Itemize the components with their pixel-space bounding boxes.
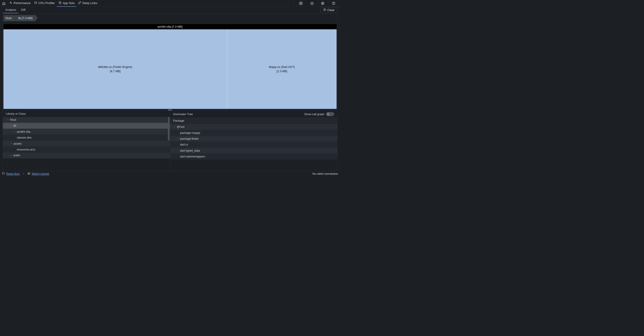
svg-point-2 <box>300 3 301 4</box>
clear-button[interactable]: Clear <box>321 7 337 13</box>
row-label: dart:ui <box>180 143 188 146</box>
tree-row[interactable]: package:myapp <box>170 130 337 136</box>
chevron-right-icon[interactable] <box>10 154 13 157</box>
tree-row[interactable]: resources.arsc <box>3 147 170 152</box>
row-label: dart:typed_data <box>180 149 200 152</box>
row-label: dart:nativewrappers <box>180 155 205 158</box>
performance-icon <box>9 1 12 5</box>
row-label: package:flutter <box>180 137 199 140</box>
extensions-button[interactable] <box>309 0 314 6</box>
tab-analysis[interactable]: Analysis <box>3 7 19 14</box>
spacer <box>176 132 180 134</box>
spacer <box>176 156 180 158</box>
link-icon <box>78 1 81 5</box>
nav-cpu-profiler[interactable]: CPU Profiler <box>32 0 56 6</box>
spacer <box>176 149 180 152</box>
spacer <box>13 148 16 151</box>
package-header: Package <box>170 118 337 124</box>
svg-point-1 <box>60 2 60 3</box>
read-docs-link[interactable]: Read docs <box>6 172 20 176</box>
switch-knob <box>326 112 330 116</box>
treemap-header[interactable]: arm64-v8a [7.0 MB] <box>3 24 336 29</box>
cell-size: [2.3 MB] <box>276 70 287 73</box>
bug-button[interactable] <box>320 0 325 6</box>
block-icon <box>323 8 326 12</box>
drag-handle-icon <box>168 110 172 110</box>
row-splitter[interactable] <box>3 109 337 110</box>
right-table-header: Dominator Tree Show call graph <box>170 111 337 118</box>
treemap-cell-libflutter[interactable]: libflutter.so (Flutter Engine) [4.7 MB] <box>3 29 227 109</box>
nav-deep-links[interactable]: Deep Links <box>76 0 99 6</box>
nav-app-size[interactable]: App Size <box>57 0 76 6</box>
tree-row[interactable]: arm64-v8a <box>3 129 170 134</box>
footer: Read docs • Watch tutorial No client con… <box>0 171 340 176</box>
tree-row[interactable]: classes.dex <box>3 135 170 140</box>
document-icon <box>58 1 62 5</box>
tree-row[interactable]: package:flutter <box>170 136 337 142</box>
show-call-graph-toggle[interactable] <box>326 112 334 116</box>
cell-title: libapp.so (Dart AOT) <box>269 65 295 68</box>
row-label: Root <box>10 118 16 122</box>
top-nav: Performance CPU Profiler App Size Deep L… <box>0 0 340 7</box>
dominator-tree: Dominator Tree Show call graph Package @… <box>170 111 337 171</box>
watch-tutorial-link[interactable]: Watch tutorial <box>32 172 49 176</box>
chevron-right-icon[interactable] <box>176 138 180 140</box>
row-label: assets <box>14 142 22 145</box>
row-label: arm64-v8a <box>17 130 30 133</box>
connection-status: No client connection <box>312 172 338 176</box>
chevron-down-icon[interactable] <box>10 124 13 127</box>
row-label: lib <box>14 124 16 128</box>
row-label: classes.dex <box>17 136 32 140</box>
breadcrumb-lib[interactable]: lib [7.0 MB] <box>14 15 36 21</box>
tree-row[interactable]: assets <box>3 140 170 146</box>
video-icon <box>28 172 30 176</box>
scrollbar-thumb[interactable] <box>168 117 169 141</box>
speed-icon <box>34 1 37 5</box>
nav-label: CPU Profiler <box>38 1 55 5</box>
tree-row[interactable]: Root <box>3 117 170 123</box>
row-label: resources.arsc <box>17 148 35 151</box>
sub-nav: Analysis Diff Clear <box>0 7 340 14</box>
settings-button[interactable] <box>298 0 304 6</box>
treemap: arm64-v8a [7.0 MB] libflutter.so (Flutte… <box>3 24 336 109</box>
tree-row[interactable]: dart:nativewrappers <box>170 154 337 160</box>
chevron-down-icon[interactable] <box>6 118 10 121</box>
nav-label: Performance <box>14 1 30 5</box>
row-label: package:myapp <box>180 131 200 134</box>
tree-row[interactable]: kotlin <box>3 152 170 158</box>
home-button[interactable] <box>1 0 6 6</box>
row-label: kotlin <box>14 154 20 157</box>
chevron-right-icon[interactable] <box>13 130 16 133</box>
nav-label: Deep Links <box>82 1 97 5</box>
nav-label: App Size <box>63 1 75 5</box>
tab-diff[interactable]: Diff <box>19 7 28 14</box>
divider <box>294 0 294 6</box>
book-icon <box>2 172 5 176</box>
library-tree: Library or Class Rootlibarm64-v8aclasses… <box>3 111 170 171</box>
left-table-header: Library or Class <box>3 111 170 117</box>
svg-point-6 <box>334 4 334 4</box>
tree-row[interactable]: dart:typed_data <box>170 148 337 154</box>
main-panel: Root lib [7.0 MB] arm64-v8a [7.0 MB] lib… <box>3 14 338 171</box>
tree-row[interactable]: @root <box>170 124 337 130</box>
cell-title: libflutter.so (Flutter Engine) <box>98 65 132 68</box>
spacer <box>176 144 180 146</box>
cell-size: [4.7 MB] <box>110 70 120 73</box>
spacer <box>13 136 16 139</box>
left-rows[interactable]: Rootlibarm64-v8aclasses.dexassetsresourc… <box>3 117 170 171</box>
help-button[interactable] <box>331 0 336 6</box>
chevron-right-icon[interactable] <box>10 142 13 145</box>
breadcrumb-root[interactable]: Root <box>3 15 14 21</box>
treemap-cell-libapp[interactable]: libapp.so (Dart AOT) [2.3 MB] <box>227 29 336 109</box>
nav-performance[interactable]: Performance <box>8 0 32 6</box>
right-rows[interactable]: @rootpackage:myapppackage:flutterdart:ui… <box>170 124 337 171</box>
svg-point-4 <box>322 3 323 4</box>
tree-row[interactable]: dart:ui <box>170 142 337 148</box>
separator-dot: • <box>23 172 24 176</box>
breadcrumb: Root lib [7.0 MB] <box>3 14 337 21</box>
tree-row[interactable]: lib <box>3 123 170 129</box>
toggle-label: Show call graph <box>304 112 324 116</box>
row-label: @root <box>177 125 184 129</box>
chevron-down-icon[interactable] <box>173 126 176 128</box>
